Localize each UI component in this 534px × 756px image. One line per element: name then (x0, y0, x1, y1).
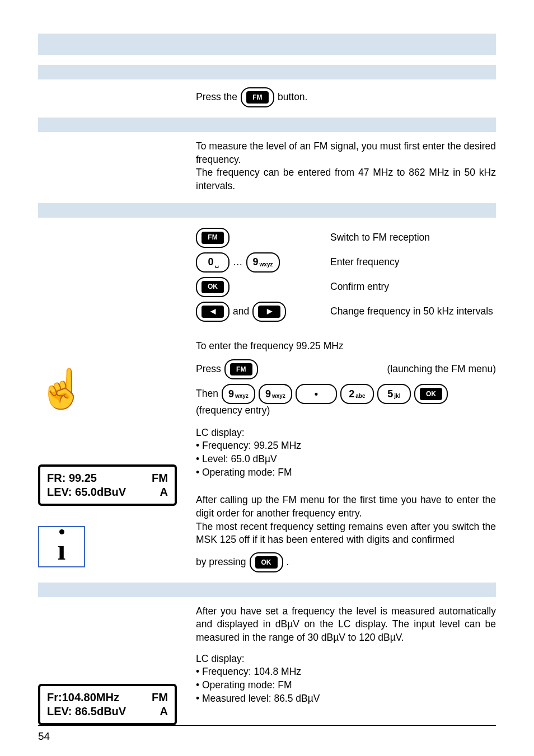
fm-key-icon: FM (224, 359, 258, 379)
lcd-display-2: Fr:104.80MHzFM LEV: 86.5dBuVA (38, 684, 177, 725)
paragraph: The most recent frequency setting remain… (196, 520, 496, 547)
text-period: . (287, 556, 289, 569)
key-label: • (305, 388, 327, 400)
ok-key-icon: OK (250, 552, 283, 572)
text-press: Press (196, 363, 221, 376)
lcd2-freq: Fr:104.80MHz (47, 691, 119, 705)
text-frequency-entry: (frequency entry) (196, 404, 496, 417)
key-label: 2 (349, 387, 354, 401)
key-explanation-block: FM Switch to FM reception 0␣ … 9wxyz Ent… (196, 226, 496, 324)
lcd1-description: LC display: Frequency: 99.25 MHz Level: … (196, 426, 496, 480)
text-press-the: Press the (196, 91, 237, 104)
lcd1-mode: FM (152, 471, 168, 485)
text-by-pressing: by pressing (196, 556, 246, 569)
bullet-item: Measured level: 86.5 dBµV (196, 692, 496, 706)
footer-divider (38, 725, 496, 726)
section-subheader-band-3 (38, 203, 496, 218)
ok-key-icon: OK (414, 384, 448, 404)
ellipsis: … (233, 256, 243, 269)
page-number: 54 (38, 730, 50, 743)
key-label: OK (420, 388, 442, 400)
digit-9-key-icon: 9wxyz (246, 252, 280, 273)
fm-button-instruction: Press the FM button. (196, 87, 496, 107)
key-label: 0 (208, 255, 213, 269)
example-intro: To enter the frequency 99.25 MHz (196, 340, 496, 353)
label-enter-frequency: Enter frequency (330, 250, 496, 275)
lcd-display-heading: LC display: (196, 426, 496, 440)
fm-key-icon: FM (241, 87, 274, 107)
key-label: 9 (253, 255, 259, 269)
bullet-item: Operating mode: FM (196, 679, 496, 692)
hand-pointer-aside: ☝ (38, 369, 184, 407)
paragraph: After you have set a frequency the level… (196, 605, 496, 645)
arrow-left-icon (202, 306, 224, 318)
bullet-item: Operating mode: FM (196, 466, 496, 480)
key-sublabel: abc (355, 392, 365, 400)
ok-key-icon: OK (196, 277, 229, 297)
digit-9-key-icon: 9wxyz (222, 384, 255, 404)
key-label: FM (230, 363, 252, 375)
label-change-frequency: Change frequency in 50 kHz intervals (330, 299, 496, 324)
section-subheader-band-2 (38, 118, 496, 132)
key-sublabel: wxyz (260, 261, 273, 269)
key-label: FM (202, 232, 224, 244)
info-box-aside: ı (38, 526, 184, 567)
bullet-item: Frequency: 104.8 MHz (196, 665, 496, 679)
key-label: OK (202, 281, 224, 293)
lcd1-level: LEV: 65.0dBuV (47, 485, 126, 499)
arrow-left-key-icon (196, 302, 229, 322)
hand-pointing-icon: ☝ (38, 367, 86, 410)
key-label: OK (255, 556, 278, 569)
text-then: Then (196, 387, 218, 401)
digit-2-key-icon: 2abc (340, 384, 374, 404)
level-measurement-description: After you have set a frequency the level… (196, 605, 496, 645)
lcd1-suffix: A (160, 485, 168, 499)
fm-key-label: FM (246, 91, 269, 104)
digit-5-key-icon: 5jkl (377, 384, 411, 404)
digit-0-key-icon: 0␣ (196, 252, 229, 273)
key-sublabel: wxyz (235, 392, 249, 400)
lcd-display-1-aside: FR: 99.25FM LEV: 65.0dBuVA (38, 464, 184, 506)
info-icon: ı (38, 526, 85, 567)
label-switch-fm: Switch to FM reception (330, 226, 496, 250)
lcd-display-2-aside: Fr:104.80MHzFM LEV: 86.5dBuVA (38, 684, 184, 725)
lcd1-freq: FR: 99.25 (47, 471, 97, 485)
dot-key-icon: • (296, 384, 337, 404)
section-subheader-band-1 (38, 65, 496, 79)
key-sublabel: wxyz (272, 392, 285, 400)
section-subheader-band-4 (38, 583, 496, 597)
frequency-entry-description: To measure the level of an FM signal, yo… (196, 140, 496, 193)
lcd-display-heading: LC display: (196, 652, 496, 666)
text-and: and (233, 305, 249, 318)
lcd2-description: LC display: Frequency: 104.8 MHz Operati… (196, 652, 496, 706)
info-note-block: After calling up the FM menu for the fir… (196, 494, 496, 572)
section-header-band-1 (38, 34, 496, 55)
lcd2-level: LEV: 86.5dBuV (47, 705, 126, 719)
key-sublabel: jkl (394, 392, 400, 400)
text-button-suffix: button. (278, 91, 308, 104)
label-confirm-entry: Confirm entry (330, 275, 496, 299)
bullet-item: Level: 65.0 dBµV (196, 453, 496, 466)
paragraph: To measure the level of an FM signal, yo… (196, 140, 496, 166)
digit-9-key-icon: 9wxyz (259, 384, 292, 404)
arrow-right-icon (258, 306, 280, 318)
page-container: Press the FM button. To measure the leve… (0, 0, 534, 756)
bullet-item: Frequency: 99.25 MHz (196, 439, 496, 453)
fm-key-icon: FM (196, 228, 229, 248)
arrow-right-key-icon (252, 302, 286, 322)
lcd-display-1: FR: 99.25FM LEV: 65.0dBuVA (38, 464, 177, 506)
key-label: 5 (387, 387, 393, 401)
text-launching-fm-menu: (launching the FM menu) (387, 363, 496, 376)
key-label: 9 (228, 387, 234, 401)
frequency-example-block: To enter the frequency 99.25 MHz Press F… (196, 340, 496, 417)
paragraph: After calling up the FM menu for the fir… (196, 494, 496, 520)
paragraph: The frequency can be entered from 47 MHz… (196, 166, 496, 192)
lcd2-suffix: A (160, 705, 168, 719)
key-label: 9 (265, 387, 271, 401)
lcd2-mode: FM (152, 691, 168, 705)
